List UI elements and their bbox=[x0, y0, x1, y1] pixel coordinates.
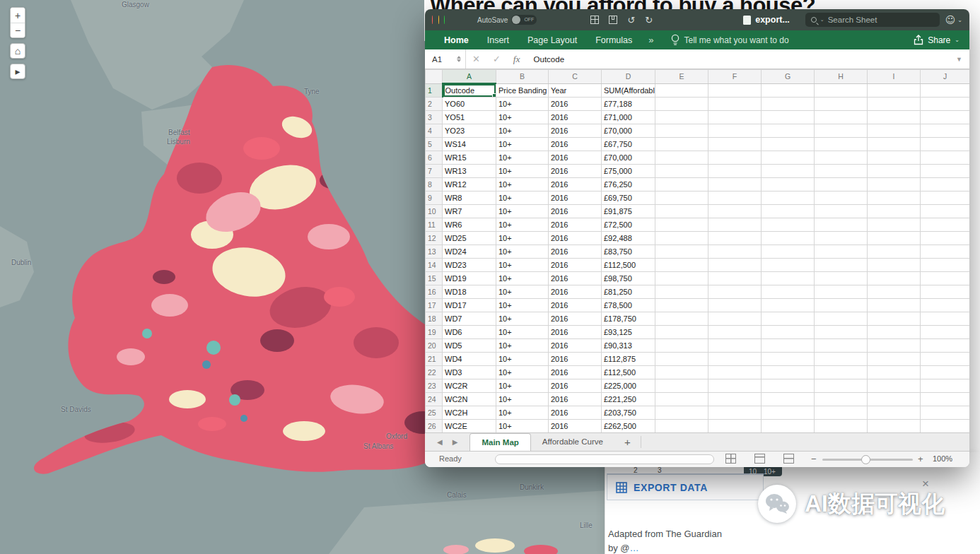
cell-A15[interactable]: WD19 bbox=[443, 272, 496, 285]
row-header-20[interactable]: 20 bbox=[426, 339, 443, 353]
page-layout-view-icon[interactable] bbox=[754, 454, 765, 464]
zoom-in-icon[interactable]: + bbox=[918, 454, 923, 464]
cell-D3[interactable]: £71,000 bbox=[602, 111, 655, 124]
cell-C22[interactable]: 2016 bbox=[549, 366, 602, 379]
cell-E11[interactable] bbox=[655, 218, 708, 232]
col-header-C[interactable]: C bbox=[549, 70, 602, 84]
cell-C6[interactable]: 2016 bbox=[549, 151, 602, 165]
cell-D10[interactable]: £91,875 bbox=[602, 205, 655, 218]
cell-C13[interactable]: 2016 bbox=[549, 245, 602, 259]
cell-A5[interactable]: WS14 bbox=[443, 138, 496, 151]
cell-J6[interactable] bbox=[921, 151, 970, 165]
cell-B8[interactable]: 10+ bbox=[496, 178, 549, 191]
cell-I15[interactable] bbox=[868, 272, 921, 285]
zoom-out-button[interactable]: − bbox=[11, 23, 25, 37]
cell-C1[interactable]: Year bbox=[549, 83, 602, 98]
cell-D17[interactable]: £78,500 bbox=[602, 299, 655, 312]
cell-F2[interactable] bbox=[708, 98, 762, 111]
tab-formulas[interactable]: Formulas bbox=[586, 35, 641, 45]
cell-I16[interactable] bbox=[868, 285, 921, 299]
cell-F14[interactable] bbox=[708, 259, 762, 272]
cell-D6[interactable]: £70,000 bbox=[602, 151, 655, 165]
cell-J4[interactable] bbox=[921, 124, 970, 138]
row-header-6[interactable]: 6 bbox=[426, 151, 443, 165]
cell-J20[interactable] bbox=[921, 339, 970, 353]
cell-G1[interactable] bbox=[762, 83, 815, 98]
row-header-17[interactable]: 17 bbox=[426, 299, 443, 312]
cell-J18[interactable] bbox=[921, 312, 970, 326]
cell-A20[interactable]: WD5 bbox=[443, 339, 496, 353]
horizontal-scrollbar[interactable] bbox=[495, 454, 714, 464]
cell-B2[interactable]: 10+ bbox=[496, 98, 549, 111]
cell-H8[interactable] bbox=[815, 178, 868, 191]
cell-C26[interactable]: 2016 bbox=[549, 420, 602, 433]
cell-G17[interactable] bbox=[762, 299, 815, 312]
home-button[interactable]: ⌂ bbox=[10, 43, 25, 59]
cell-E5[interactable] bbox=[655, 138, 708, 151]
cancel-icon[interactable]: ✕ bbox=[466, 54, 486, 64]
cell-B6[interactable]: 10+ bbox=[496, 151, 549, 165]
cell-H10[interactable] bbox=[815, 205, 868, 218]
cell-F16[interactable] bbox=[708, 285, 762, 299]
row-header-21[interactable]: 21 bbox=[426, 353, 443, 366]
cell-I23[interactable] bbox=[868, 379, 921, 393]
cell-E19[interactable] bbox=[655, 326, 708, 339]
cell-G9[interactable] bbox=[762, 191, 815, 205]
cell-E10[interactable] bbox=[655, 205, 708, 218]
cell-D11[interactable]: £72,500 bbox=[602, 218, 655, 232]
row-header-14[interactable]: 14 bbox=[426, 259, 443, 272]
cell-E14[interactable] bbox=[655, 259, 708, 272]
formula-bar-expand-icon[interactable]: ▼ bbox=[956, 56, 962, 63]
cell-D26[interactable]: £262,500 bbox=[602, 420, 655, 433]
cell-J8[interactable] bbox=[921, 178, 970, 191]
cell-I19[interactable] bbox=[868, 326, 921, 339]
cell-E6[interactable] bbox=[655, 151, 708, 165]
zoom-slider-knob[interactable] bbox=[861, 455, 870, 464]
cell-I6[interactable] bbox=[868, 151, 921, 165]
cell-C2[interactable]: 2016 bbox=[549, 98, 602, 111]
cell-E20[interactable] bbox=[655, 339, 708, 353]
cell-H13[interactable] bbox=[815, 245, 868, 259]
tab-page-layout[interactable]: Page Layout bbox=[518, 35, 586, 45]
redo-icon[interactable]: ↻ bbox=[645, 16, 653, 25]
cell-C17[interactable]: 2016 bbox=[549, 299, 602, 312]
cell-J22[interactable] bbox=[921, 366, 970, 379]
cell-C3[interactable]: 2016 bbox=[549, 111, 602, 124]
cell-F7[interactable] bbox=[708, 165, 762, 178]
cell-B7[interactable]: 10+ bbox=[496, 165, 549, 178]
cell-G13[interactable] bbox=[762, 245, 815, 259]
cell-A9[interactable]: WR8 bbox=[443, 191, 496, 205]
cell-H16[interactable] bbox=[815, 285, 868, 299]
sheet-tab-affordable-curve[interactable]: Affordable Curve bbox=[531, 433, 614, 451]
cell-C23[interactable]: 2016 bbox=[549, 379, 602, 393]
cell-B20[interactable]: 10+ bbox=[496, 339, 549, 353]
cell-C16[interactable]: 2016 bbox=[549, 285, 602, 299]
cell-B18[interactable]: 10+ bbox=[496, 312, 549, 326]
cell-H7[interactable] bbox=[815, 165, 868, 178]
cell-D9[interactable]: £69,750 bbox=[602, 191, 655, 205]
cell-A1[interactable]: Outcode bbox=[443, 83, 496, 98]
cell-B14[interactable]: 10+ bbox=[496, 259, 549, 272]
cell-G10[interactable] bbox=[762, 205, 815, 218]
select-all-corner[interactable] bbox=[426, 70, 443, 84]
cell-I2[interactable] bbox=[868, 98, 921, 111]
cell-H20[interactable] bbox=[815, 339, 868, 353]
cell-D2[interactable]: £77,188 bbox=[602, 98, 655, 111]
col-header-E[interactable]: E bbox=[655, 70, 708, 84]
col-header-B[interactable]: B bbox=[496, 70, 549, 84]
cell-D12[interactable]: £92,488 bbox=[602, 232, 655, 245]
cell-I10[interactable] bbox=[868, 205, 921, 218]
cell-J5[interactable] bbox=[921, 138, 970, 151]
cell-A17[interactable]: WD17 bbox=[443, 299, 496, 312]
cell-G4[interactable] bbox=[762, 124, 815, 138]
cell-F9[interactable] bbox=[708, 191, 762, 205]
credit-link[interactable]: … bbox=[630, 543, 639, 553]
cell-G21[interactable] bbox=[762, 353, 815, 366]
col-header-I[interactable]: I bbox=[868, 70, 921, 84]
cell-J17[interactable] bbox=[921, 299, 970, 312]
cell-G16[interactable] bbox=[762, 285, 815, 299]
autosave-toggle[interactable]: OFF bbox=[511, 15, 537, 25]
cell-E23[interactable] bbox=[655, 379, 708, 393]
cell-D7[interactable]: £75,000 bbox=[602, 165, 655, 178]
cell-J13[interactable] bbox=[921, 245, 970, 259]
